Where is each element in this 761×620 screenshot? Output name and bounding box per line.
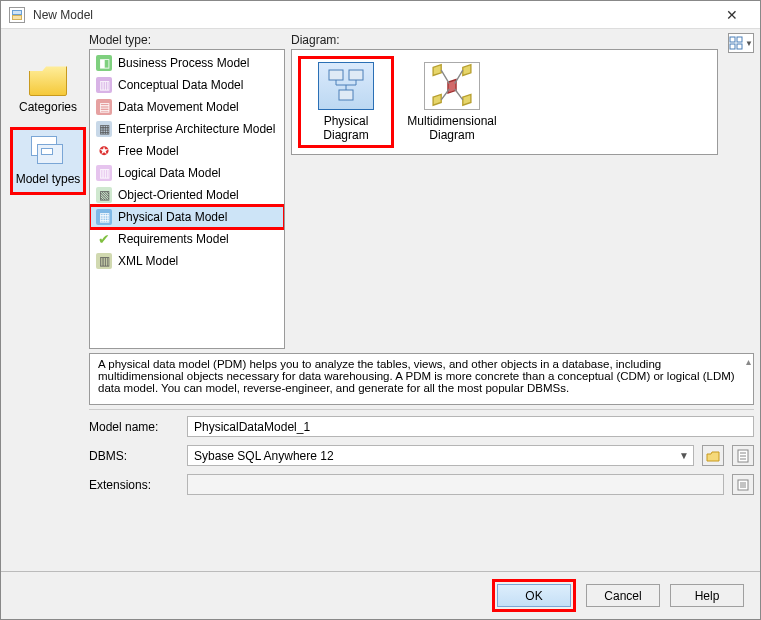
categories-nav-item[interactable]: Categories	[12, 57, 84, 121]
diagram-heading: Diagram:	[291, 33, 718, 47]
description-text: A physical data model (PDM) helps you to…	[98, 358, 735, 394]
physical-diagram-icon	[318, 62, 374, 110]
close-button[interactable]: ✕	[712, 4, 752, 26]
pdm-icon: ▦	[96, 209, 112, 225]
chevron-down-icon: ▼	[745, 39, 753, 48]
categories-label: Categories	[19, 100, 77, 114]
model-type-item[interactable]: ▧Object-Oriented Model	[90, 184, 284, 206]
titlebar: New Model ✕	[1, 1, 760, 29]
multidimensional-diagram-icon	[424, 62, 480, 110]
stack-icon	[29, 136, 67, 168]
req-icon: ✔	[96, 231, 112, 247]
model-type-item-selected[interactable]: ▦Physical Data Model	[90, 206, 284, 228]
svg-marker-4	[463, 64, 471, 75]
model-name-input[interactable]	[187, 416, 754, 437]
multidimensional-diagram-label: Multidimensional Diagram	[407, 114, 496, 142]
physical-diagram-item[interactable]: Physical Diagram	[300, 58, 392, 146]
chevron-down-icon: ▼	[679, 450, 689, 461]
svg-rect-2	[339, 90, 353, 100]
model-name-label: Model name:	[89, 420, 179, 434]
bpm-icon: ◧	[96, 55, 112, 71]
cdm-icon: ▥	[96, 77, 112, 93]
extensions-label: Extensions:	[89, 478, 179, 492]
oom-icon: ▧	[96, 187, 112, 203]
svg-marker-7	[448, 79, 456, 92]
model-type-item[interactable]: ✔Requirements Model	[90, 228, 284, 250]
model-types-label: Model types	[16, 172, 81, 186]
xml-icon: ▥	[96, 253, 112, 269]
model-type-item[interactable]: ▥Logical Data Model	[90, 162, 284, 184]
model-type-item[interactable]: ▥XML Model	[90, 250, 284, 272]
window-title: New Model	[33, 8, 712, 22]
physical-diagram-label: Physical Diagram	[304, 114, 388, 142]
dbms-select[interactable]: Sybase SQL Anywhere 12 ▼	[187, 445, 694, 466]
dbms-properties-button[interactable]	[732, 445, 754, 466]
scroll-up-icon[interactable]: ▴	[746, 356, 751, 367]
dbms-label: DBMS:	[89, 449, 179, 463]
svg-rect-9	[737, 37, 742, 42]
model-type-item[interactable]: ◧Business Process Model	[90, 52, 284, 74]
svg-rect-8	[730, 37, 735, 42]
app-icon	[9, 7, 25, 23]
model-type-heading: Model type:	[89, 33, 285, 47]
dbms-value: Sybase SQL Anywhere 12	[194, 449, 334, 463]
model-type-item[interactable]: ▥Conceptual Data Model	[90, 74, 284, 96]
svg-marker-5	[433, 94, 441, 105]
ldm-icon: ▥	[96, 165, 112, 181]
dbms-browse-button[interactable]	[702, 445, 724, 466]
folder-icon	[29, 64, 67, 96]
svg-rect-1	[349, 70, 363, 80]
model-type-item[interactable]: ✪Free Model	[90, 140, 284, 162]
dmm-icon: ▤	[96, 99, 112, 115]
diagram-list[interactable]: Physical Diagram	[291, 49, 718, 155]
description-box: A physical data model (PDM) helps you to…	[89, 353, 754, 405]
ok-button[interactable]: OK	[497, 584, 571, 607]
left-category-pane: Categories Model types	[7, 33, 89, 571]
help-button[interactable]: Help	[670, 584, 744, 607]
extensions-add-button[interactable]	[732, 474, 754, 495]
model-type-item[interactable]: ▦Enterprise Architecture Model	[90, 118, 284, 140]
svg-marker-3	[433, 64, 441, 75]
eam-icon: ▦	[96, 121, 112, 137]
dialog-footer: OK Cancel Help	[1, 571, 760, 619]
free-icon: ✪	[96, 143, 112, 159]
extensions-input[interactable]	[187, 474, 724, 495]
svg-rect-11	[737, 44, 742, 49]
model-type-item[interactable]: ▤Data Movement Model	[90, 96, 284, 118]
multidimensional-diagram-item[interactable]: Multidimensional Diagram	[406, 58, 498, 146]
svg-rect-0	[329, 70, 343, 80]
svg-rect-10	[730, 44, 735, 49]
model-type-list[interactable]: ◧Business Process Model ▥Conceptual Data…	[89, 49, 285, 349]
cancel-button[interactable]: Cancel	[586, 584, 660, 607]
view-mode-button[interactable]: ▼	[728, 33, 754, 53]
model-types-nav-item[interactable]: Model types	[12, 129, 84, 193]
svg-marker-6	[463, 94, 471, 105]
